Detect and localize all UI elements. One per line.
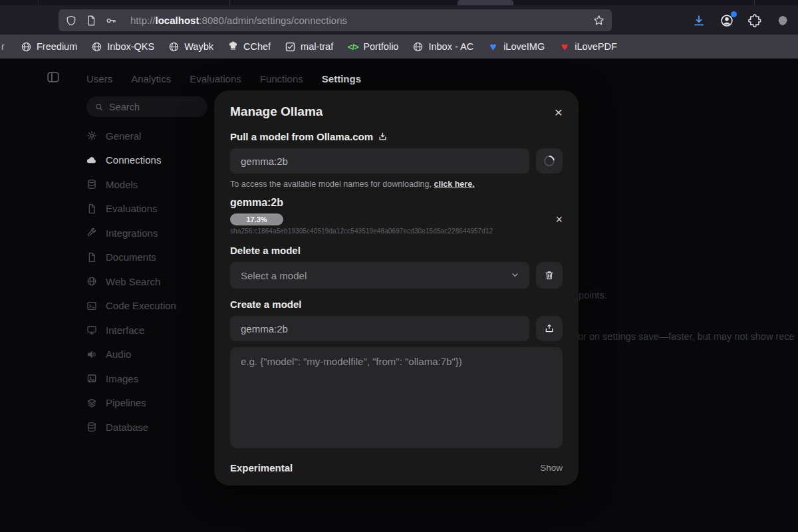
modal-close-button[interactable]: × bbox=[555, 105, 563, 119]
clipped-bookmark[interactable]: r bbox=[1, 41, 7, 52]
database-icon bbox=[86, 179, 97, 190]
database-icon bbox=[86, 422, 97, 432]
sidebar-item-models[interactable]: Models bbox=[86, 172, 213, 197]
tab-users[interactable]: Users bbox=[86, 73, 112, 84]
modal-title: Manage Ollama bbox=[230, 104, 323, 119]
sidebar-toggle-icon[interactable] bbox=[46, 70, 61, 84]
tab-functions[interactable]: Functions bbox=[260, 73, 303, 84]
delete-model-button[interactable] bbox=[536, 262, 563, 289]
create-model-label-text: Create a model bbox=[230, 299, 302, 310]
heart-blue-icon: ♥ bbox=[487, 41, 499, 53]
sidebar-item-documents[interactable]: Documents bbox=[86, 245, 213, 270]
heart-red-icon: ♥ bbox=[559, 41, 570, 53]
page-info-icon[interactable] bbox=[85, 15, 97, 27]
bookmark-star-icon[interactable] bbox=[593, 14, 605, 27]
account-badge bbox=[731, 11, 737, 17]
bookmark-waybk[interactable]: Waybk bbox=[168, 41, 213, 53]
bookmark-freedium[interactable]: Freedium bbox=[21, 41, 77, 53]
bookmark-label: Portfolio bbox=[363, 41, 398, 52]
bookmark-label: Inbox-QKS bbox=[107, 41, 154, 52]
account-button[interactable] bbox=[718, 12, 735, 29]
sidebar-item-evaluations[interactable]: Evaluations bbox=[86, 197, 213, 221]
click-here-link[interactable]: click here. bbox=[434, 180, 474, 189]
trash-icon bbox=[544, 270, 555, 281]
delete-model-select[interactable]: Select a model bbox=[230, 262, 529, 289]
bookmark-iloveimg[interactable]: ♥iLoveIMG bbox=[487, 41, 545, 53]
bookmark-mal-traf[interactable]: mal-traf bbox=[285, 41, 333, 53]
sidebar-item-audio[interactable]: Audio bbox=[86, 342, 213, 367]
sidebar-item-general[interactable]: General bbox=[86, 124, 213, 148]
bookmark-inbox-ac[interactable]: Inbox - AC bbox=[412, 41, 473, 53]
extension-button[interactable] bbox=[774, 12, 791, 29]
tab-evaluations[interactable]: Evaluations bbox=[190, 73, 241, 84]
create-model-name-input[interactable] bbox=[230, 316, 529, 341]
search-icon bbox=[94, 102, 104, 112]
bookmark-label: iLoveIMG bbox=[503, 41, 545, 52]
checkbox-icon bbox=[285, 41, 296, 53]
globe-icon bbox=[21, 41, 32, 53]
extensions-button[interactable] bbox=[746, 12, 763, 29]
sidebar-item-pipelines[interactable]: Pipelines bbox=[86, 391, 213, 416]
tab-settings[interactable]: Settings bbox=[322, 73, 361, 84]
experimental-label: Experimental bbox=[230, 462, 293, 473]
bookmark-label: Freedium bbox=[37, 41, 77, 52]
sidebar-item-label: Audio bbox=[106, 348, 131, 360]
sidebar-item-label: Interface bbox=[106, 325, 144, 336]
toolbar-buttons bbox=[690, 9, 791, 31]
settings-sidebar: General Connections Models Evaluations I… bbox=[86, 124, 213, 440]
sidebar-item-images[interactable]: Images bbox=[86, 366, 213, 391]
delete-model-label-text: Delete a model bbox=[230, 245, 301, 256]
downloads-button[interactable] bbox=[690, 12, 708, 29]
download-tray-icon bbox=[378, 132, 388, 142]
sidebar-item-label: Images bbox=[106, 373, 138, 384]
delete-model-label: Delete a model bbox=[230, 245, 563, 256]
bookmark-label: Waybk bbox=[184, 41, 213, 52]
sidebar-item-interface[interactable]: Interface bbox=[86, 318, 213, 342]
tab-divider bbox=[754, 0, 755, 5]
sidebar-item-connections[interactable]: Connections bbox=[86, 148, 213, 173]
browser-tabstrip bbox=[0, 0, 798, 5]
settings-search[interactable] bbox=[86, 96, 207, 117]
sidebar-item-label: General bbox=[106, 130, 141, 142]
pull-model-button[interactable] bbox=[536, 148, 563, 174]
sidebar-item-web-search[interactable]: Web Search bbox=[86, 269, 213, 294]
create-model-button[interactable] bbox=[536, 316, 563, 341]
tab-analytics[interactable]: Analytics bbox=[131, 73, 171, 84]
tab-divider bbox=[39, 0, 39, 5]
pull-model-label: Pull a model from Ollama.com bbox=[230, 131, 563, 142]
bookmark-label: iLovePDF bbox=[575, 41, 617, 52]
key-icon[interactable] bbox=[105, 15, 117, 27]
speaker-icon bbox=[86, 349, 97, 360]
pull-model-input[interactable] bbox=[230, 148, 529, 174]
sidebar-item-label: Code Execution bbox=[106, 300, 176, 311]
sidebar-item-label: Documents bbox=[106, 251, 156, 263]
chevron-down-icon bbox=[510, 270, 520, 280]
globe-icon bbox=[168, 41, 180, 53]
wrench-icon bbox=[86, 227, 97, 238]
url-bar[interactable]: http://localhost:8080/admin/settings/con… bbox=[59, 9, 612, 31]
sidebar-item-code-execution[interactable]: Code Execution bbox=[86, 294, 213, 319]
bookmark-portfolio[interactable]: </>Portfolio bbox=[347, 41, 398, 53]
bookmark-cchef[interactable]: CChef bbox=[227, 41, 271, 53]
bookmark-ilovepdf[interactable]: ♥iLovePDF bbox=[559, 41, 617, 53]
tab-divider bbox=[229, 0, 230, 5]
modelfile-textarea[interactable] bbox=[230, 347, 563, 448]
layers-icon bbox=[86, 398, 97, 408]
download-progress-bar: 17.3% bbox=[230, 213, 283, 225]
sidebar-item-database[interactable]: Database bbox=[86, 415, 213, 440]
bookmark-inbox-qks[interactable]: Inbox-QKS bbox=[91, 41, 154, 53]
background-text-fragment: or on settings save—faster, but may not … bbox=[578, 331, 795, 342]
search-input[interactable] bbox=[109, 102, 189, 112]
puzzle-icon bbox=[747, 13, 762, 28]
image-icon bbox=[86, 373, 97, 384]
experimental-show-button[interactable]: Show bbox=[540, 463, 563, 473]
sidebar-item-integrations[interactable]: Integrations bbox=[86, 221, 213, 245]
cancel-download-button[interactable]: × bbox=[555, 213, 563, 225]
gear-icon bbox=[86, 130, 97, 141]
upload-icon bbox=[544, 323, 555, 334]
manage-ollama-modal: Manage Ollama × Pull a model from Ollama… bbox=[214, 90, 579, 485]
shield-icon[interactable] bbox=[65, 15, 77, 27]
extension-blob-icon bbox=[775, 13, 790, 28]
pull-model-label-text: Pull a model from Ollama.com bbox=[230, 131, 373, 142]
url-host: localhost bbox=[156, 15, 200, 26]
